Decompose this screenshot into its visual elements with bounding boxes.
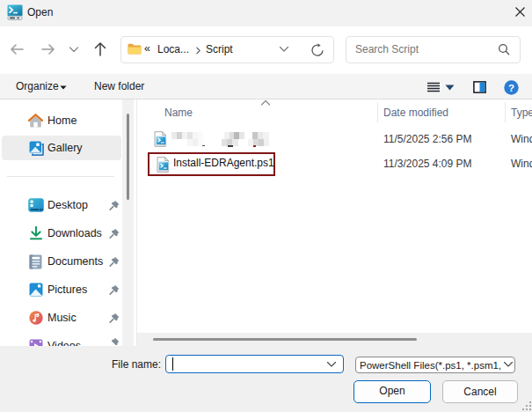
- svg-text:?: ?: [508, 83, 514, 93]
